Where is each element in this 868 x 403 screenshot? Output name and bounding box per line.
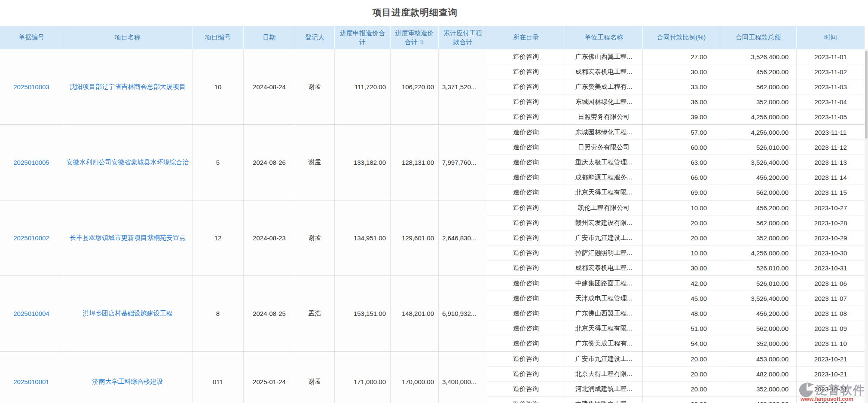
- unit-project-cell: 广安市九江建设工...: [565, 351, 643, 366]
- directory-cell: 造价咨询: [487, 321, 565, 336]
- detail-row: 造价咨询 中建集团路面工程... 42.00 526,010.00 2023-1…: [487, 276, 865, 291]
- unit-project-cell: 广东赞美成工程有...: [565, 336, 643, 351]
- col-header-pay-ratio[interactable]: 合同付款比例(%): [643, 26, 720, 49]
- directory-cell: 造价咨询: [487, 185, 565, 200]
- date-cell: 2024-08-26: [244, 125, 295, 200]
- pay-ratio-cell: 36.00: [643, 94, 720, 109]
- time-cell: 2023-11-06: [797, 276, 865, 291]
- directory-cell: 造价咨询: [487, 230, 565, 245]
- col-header-audited-total[interactable]: 进度审核造价合计⇅: [391, 26, 439, 49]
- doc-no-link[interactable]: 2025010004: [13, 310, 49, 317]
- time-cell: 2023-11-11: [797, 125, 865, 139]
- page-title: 项目进度款明细查询: [373, 6, 458, 18]
- project-name-link[interactable]: 济南大学工科综合楼建设: [92, 378, 163, 386]
- pay-ratio-cell: 69.00: [643, 185, 720, 200]
- contract-total-cell: 482,000.00: [720, 367, 797, 381]
- doc-no-cell: 2025010005: [0, 125, 63, 200]
- detail-row: 造价咨询 成都宏泰机电工程... 30.00 526,010.00 2023-1…: [487, 261, 865, 276]
- pay-ratio-cell: 27.00: [643, 49, 720, 64]
- contract-total-cell: 562,000.00: [720, 321, 797, 336]
- detail-row: 造价咨询 拉萨汇融照明工程... 10.00 4,256,000.00 2023…: [487, 245, 865, 261]
- contract-total-cell: 4,256,000.00: [720, 109, 797, 124]
- detail-row: 造价咨询 成都宏泰机电工程... 30.00 456,200.00 2023-1…: [487, 64, 865, 79]
- page: 项目进度款明细查询 单据编号 项目名称 项目编号 日期 登记人 进度申报造价合计…: [0, 0, 868, 403]
- project-name-link[interactable]: 安徽水利四公司安徽省蒙城县水环境综合治: [67, 158, 189, 167]
- doc-no-link[interactable]: 2025010003: [13, 83, 49, 91]
- detail-row: 造价咨询 广东赞美成工程有... 54.00 352,000.00 2023-1…: [487, 336, 865, 351]
- pay-ratio-cell: 57.00: [643, 125, 720, 139]
- col-header-declared-total[interactable]: 进度申报造价合计: [335, 26, 391, 49]
- detail-row: 造价咨询 北京天得工程有限... 20.00 482,000.00 2023-1…: [487, 367, 865, 382]
- directory-cell: 造价咨询: [487, 382, 565, 396]
- project-name-link[interactable]: 沈阳项目部辽宁省吉林商会总部大厦项目: [70, 83, 186, 91]
- project-no-cell: 8: [193, 276, 244, 351]
- audited-total-cell: 106,220.00: [391, 49, 439, 124]
- project-no-cell: 10: [193, 49, 244, 124]
- col-header-registrant[interactable]: 登记人: [295, 26, 335, 49]
- directory-cell: 造价咨询: [487, 215, 565, 230]
- project-no-cell: 12: [193, 200, 244, 276]
- directory-cell: 造价咨询: [487, 125, 565, 139]
- directory-cell: 造价咨询: [487, 109, 565, 124]
- sort-icon[interactable]: ⇅: [419, 39, 424, 46]
- contract-total-cell: 456,200.00: [720, 200, 797, 215]
- declared-total-cell: 153,151.00: [335, 276, 391, 351]
- contract-total-cell: 352,000.00: [720, 94, 797, 109]
- col-header-project-no[interactable]: 项目编号: [193, 26, 244, 49]
- doc-no-cell: 2025010004: [0, 276, 63, 351]
- col-header-contract-total[interactable]: 合同工程款总额: [720, 26, 797, 49]
- registrant-cell: 谢孟: [295, 351, 335, 403]
- contract-total-cell: 3,526,400.00: [720, 291, 797, 306]
- pay-ratio-cell: 10.00: [643, 245, 720, 260]
- time-cell: 2023-10-28: [797, 215, 865, 230]
- col-header-project-name[interactable]: 项目名称: [63, 26, 193, 49]
- pay-ratio-cell: 33.00: [643, 79, 720, 94]
- directory-cell: 造价咨询: [487, 94, 565, 109]
- contract-total-cell: 453,000.00: [720, 351, 797, 366]
- col-header-unit-project[interactable]: 单位工程名称: [565, 26, 643, 49]
- registrant-cell: 谢孟: [295, 49, 335, 124]
- project-group-row: 2025010004 洪埠乡团店村基础设施建设工程 8 2024-08-25 孟…: [0, 276, 865, 351]
- pay-ratio-cell: 10.00: [643, 200, 720, 215]
- contract-total-cell: 3,526,400.00: [720, 155, 797, 170]
- time-cell: 2023-11-05: [797, 109, 865, 124]
- col-header-directory[interactable]: 所在目录: [487, 26, 565, 49]
- detail-row: 造价咨询 日照劳务有限公司 39.00 4,256,000.00 2023-11…: [487, 109, 865, 124]
- unit-project-cell: 天津成电工程管理...: [565, 291, 643, 306]
- doc-no-link[interactable]: 2025010001: [13, 378, 49, 385]
- detail-row: 造价咨询 广东赞美成工程有... 33.00 562,000.00 2023-1…: [487, 79, 865, 94]
- unit-project-cell: 拉萨汇融照明工程...: [565, 245, 643, 260]
- directory-cell: 造价咨询: [487, 291, 565, 306]
- cumulative-payable-cell: 3,400,000...: [439, 351, 487, 403]
- col-header-cumulative-payable[interactable]: 累计应付工程款合计: [439, 26, 487, 49]
- directory-cell: 造价咨询: [487, 351, 565, 366]
- unit-project-cell: 广东佛山西翼工程...: [565, 306, 643, 321]
- directory-cell: 造价咨询: [487, 64, 565, 79]
- project-name-link[interactable]: 长丰县双墩镇城市更新项目紫桐苑安置点: [70, 234, 186, 242]
- directory-cell: 造价咨询: [487, 336, 565, 351]
- scrollbar-thumb[interactable]: [865, 51, 868, 139]
- vertical-scrollbar[interactable]: [865, 49, 868, 403]
- time-cell: 2023-10-21: [797, 382, 865, 396]
- directory-cell: 造价咨询: [487, 170, 565, 185]
- col-header-doc-no[interactable]: 单据编号: [0, 26, 63, 49]
- project-name-link[interactable]: 洪埠乡团店村基础设施建设工程: [83, 309, 173, 318]
- unit-project-cell: 北京天得工程有限...: [565, 321, 643, 336]
- col-header-time[interactable]: 时间: [797, 26, 865, 49]
- project-name-cell: 洪埠乡团店村基础设施建设工程: [63, 276, 193, 351]
- directory-cell: 造价咨询: [487, 306, 565, 321]
- time-cell: 2023-11-09: [797, 321, 865, 336]
- directory-cell: 造价咨询: [487, 155, 565, 170]
- directory-cell: 造价咨询: [487, 140, 565, 155]
- contract-total-cell: 526,010.00: [720, 276, 797, 291]
- time-cell: 2023-10-31: [797, 261, 865, 276]
- subrows: 造价咨询 广安市九江建设工... 20.00 453,000.00 2023-1…: [487, 351, 865, 403]
- col-header-date[interactable]: 日期: [244, 26, 295, 49]
- subrows: 造价咨询 东城园林绿化工程... 57.00 4,256,000.00 2023…: [487, 125, 865, 200]
- doc-no-link[interactable]: 2025010005: [13, 159, 49, 166]
- doc-no-link[interactable]: 2025010002: [13, 234, 49, 242]
- time-cell: 2023-10-21: [797, 351, 865, 366]
- unit-project-cell: 成都宏泰机电工程...: [565, 64, 643, 79]
- contract-total-cell: 526,010.00: [720, 140, 797, 155]
- contract-total-cell: 3,526,400.00: [720, 49, 797, 64]
